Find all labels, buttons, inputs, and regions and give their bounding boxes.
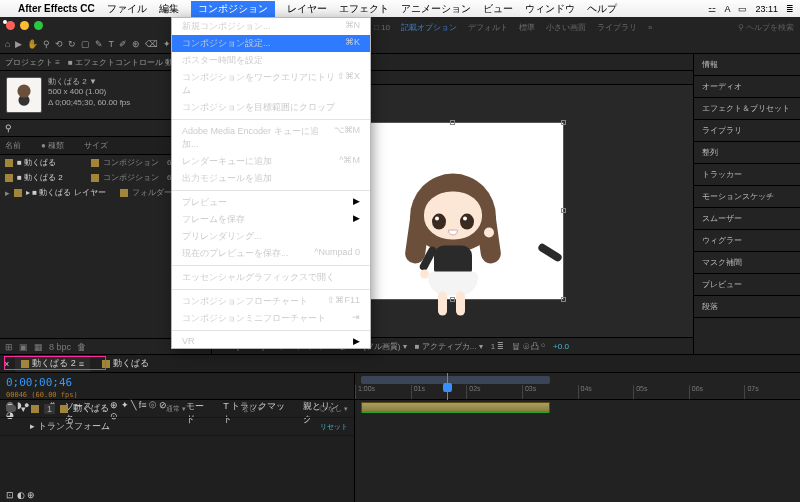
status-icon[interactable]: ▭	[738, 4, 747, 14]
zoom-tool-icon[interactable]: ⚲	[43, 39, 50, 49]
disclosure-icon[interactable]: ▸	[5, 188, 10, 198]
panel-paragraph[interactable]: 段落	[694, 296, 800, 318]
ws-tab[interactable]: □ 10	[374, 23, 390, 32]
timeline-tab-active[interactable]: 動くぱる 2 ≡	[15, 355, 90, 372]
transform-handle[interactable]	[450, 297, 455, 302]
bpc-label[interactable]: 8 bpc	[49, 342, 71, 352]
mi-ame-queue[interactable]: Adobe Media Encoder キューに追加...⌥⌘M	[172, 123, 370, 153]
disclosure-icon[interactable]: ▾	[21, 404, 26, 414]
transform-handle[interactable]	[561, 297, 566, 302]
panel-effects-presets[interactable]: エフェクト＆プリセット	[694, 98, 800, 120]
time-ruler[interactable]: 1:00s 01s 02s 03s 04s 05s 06s 07s	[355, 385, 800, 399]
new-comp-icon[interactable]: ▦	[34, 342, 43, 352]
work-area-bar[interactable]	[361, 376, 550, 384]
parent-dropdown[interactable]: ◎ なし ▾	[319, 404, 348, 414]
mi-vr[interactable]: VR▶	[172, 334, 370, 348]
home-icon[interactable]: ⌂	[5, 39, 10, 49]
reset-link[interactable]: リセット	[320, 422, 348, 432]
ws-tab[interactable]: ライブラリ	[597, 22, 637, 33]
visibility-toggle[interactable]	[6, 405, 16, 412]
eraser-tool-icon[interactable]: ⌫	[145, 39, 158, 49]
zoom-button[interactable]	[34, 21, 43, 30]
panel-wiggler[interactable]: ウィグラー	[694, 230, 800, 252]
panel-motion-sketch[interactable]: モーションスケッチ	[694, 186, 800, 208]
close-button[interactable]	[6, 21, 15, 30]
panel-tracker[interactable]: トラッカー	[694, 164, 800, 186]
timeline-ruler-area[interactable]: 1:00s 01s 02s 03s 04s 05s 06s 07s	[355, 373, 800, 399]
current-timecode[interactable]: 0;00;00;46	[6, 376, 72, 389]
panel-mask-interp[interactable]: マスク補間	[694, 252, 800, 274]
col-size[interactable]: サイズ	[84, 140, 108, 151]
pen-tool-icon[interactable]: ✎	[95, 39, 103, 49]
clock[interactable]: 23:11	[755, 4, 778, 14]
mi-preview[interactable]: プレビュー▶	[172, 194, 370, 211]
ws-tab-active[interactable]: 記載オプション	[401, 22, 457, 33]
panel-smoother[interactable]: スムーザー	[694, 208, 800, 230]
mi-trim-work-area[interactable]: コンポジションをワークエリアにトリム⇧⌘X	[172, 69, 370, 99]
panel-library[interactable]: ライブラリ	[694, 120, 800, 142]
roto-tool-icon[interactable]: ✦	[163, 39, 171, 49]
interpret-icon[interactable]: ⊞	[5, 342, 13, 352]
col-name[interactable]: 名前	[5, 140, 21, 151]
status-icon[interactable]: ⚍	[708, 4, 716, 14]
mi-save-frame[interactable]: フレームを保存▶	[172, 211, 370, 228]
transform-handle[interactable]	[450, 120, 455, 125]
brush-tool-icon[interactable]: ✐	[119, 39, 127, 49]
selection-tool-icon[interactable]: ▶	[15, 39, 22, 49]
close-tab-icon[interactable]: ×	[4, 359, 9, 369]
panel-info[interactable]: 情報	[694, 54, 800, 76]
mi-mini-flowchart[interactable]: コンポジションミニフローチャート⇥	[172, 310, 370, 327]
menu-composition[interactable]: コンポジション	[191, 1, 275, 17]
status-icon[interactable]: A	[724, 4, 730, 14]
rect-tool-icon[interactable]: ▢	[81, 39, 90, 49]
menu-help[interactable]: ヘルプ	[587, 2, 617, 16]
ws-tab[interactable]: 小さい画面	[546, 22, 586, 33]
project-tab[interactable]: プロジェクト ≡	[5, 57, 60, 68]
text-tool-icon[interactable]: T	[108, 39, 114, 49]
ws-tab[interactable]: デフォルト	[468, 22, 508, 33]
trash-icon[interactable]: 🗑	[77, 342, 86, 352]
exposure-value[interactable]: +0.0	[553, 342, 569, 351]
hand-tool-icon[interactable]: ✋	[27, 39, 38, 49]
menu-window[interactable]: ウィンドウ	[525, 2, 575, 16]
minimize-button[interactable]	[20, 21, 29, 30]
trackmatte-dropdown[interactable]: なし ▾	[242, 404, 262, 414]
transform-handle[interactable]	[561, 208, 566, 213]
menu-animation[interactable]: アニメーション	[401, 2, 471, 16]
new-folder-icon[interactable]: ▣	[19, 342, 28, 352]
view-count[interactable]: 1 ≣	[491, 342, 505, 351]
effect-controls-tab[interactable]: ■ エフェクトコントロール 動	[68, 57, 173, 68]
app-name[interactable]: After Effects CC	[18, 3, 95, 14]
menu-file[interactable]: ファイル	[107, 2, 147, 16]
mi-comp-settings[interactable]: コンポジション設定...⌘K	[172, 35, 370, 52]
blend-mode-dropdown[interactable]: 通常 ▾	[166, 404, 186, 414]
menu-edit[interactable]: 編集	[159, 2, 179, 16]
tab-menu-icon[interactable]: ≡	[79, 359, 84, 369]
mi-prerender[interactable]: プリレンダリング...	[172, 228, 370, 245]
col-type[interactable]: ● 種類	[41, 140, 64, 151]
menu-effect[interactable]: エフェクト	[339, 2, 389, 16]
layer-row[interactable]: ▾ 1 動くぱる 通常 ▾ なし ▾ ◎ なし ▾	[0, 400, 354, 418]
menu-layer[interactable]: レイヤー	[287, 2, 327, 16]
timeline-tab[interactable]: 動くぱる	[96, 355, 155, 372]
panel-audio[interactable]: オーディオ	[694, 76, 800, 98]
rotate-tool-icon[interactable]: ↻	[68, 39, 76, 49]
transform-group[interactable]: ▸ トランスフォーム リセット	[0, 418, 354, 436]
ws-more-icon[interactable]: »	[648, 23, 652, 32]
orbit-tool-icon[interactable]: ⟲	[55, 39, 63, 49]
comp-name[interactable]: 動くぱる 2 ▼	[48, 77, 130, 87]
panel-align[interactable]: 整列	[694, 142, 800, 164]
mi-render-queue[interactable]: レンダーキューに追加^⌘M	[172, 153, 370, 170]
panel-preview[interactable]: プレビュー	[694, 274, 800, 296]
help-search[interactable]: ⚲ ヘルプを検索	[738, 22, 794, 33]
mi-essential-graphics[interactable]: エッセンシャルグラフィックスで開く	[172, 269, 370, 286]
timeline-track-area[interactable]	[355, 400, 800, 502]
mi-flowchart[interactable]: コンポジションフローチャート⇧⌘F11	[172, 293, 370, 310]
project-search[interactable]: ⚲	[5, 123, 12, 133]
mi-new-comp[interactable]: 新規コンポジション...⌘N	[172, 18, 370, 35]
menu-view[interactable]: ビュー	[483, 2, 513, 16]
ws-tab[interactable]: 標準	[519, 22, 535, 33]
viewer-icons[interactable]: 冒 ⦾ 凸 ⚬	[512, 341, 545, 352]
comp-canvas[interactable]	[343, 123, 563, 299]
layer-duration-bar[interactable]	[361, 402, 550, 413]
